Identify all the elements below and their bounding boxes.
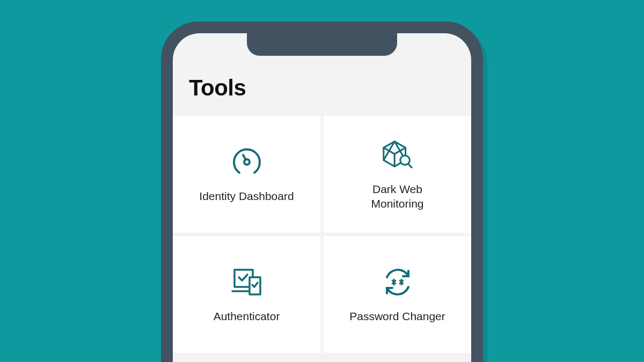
tile-label: Password Changer (349, 309, 445, 323)
tile-label: Dark Web Monitoring (371, 182, 423, 211)
tile-password-changer[interactable]: Password Changer (324, 236, 471, 353)
tile-authenticator[interactable]: Authenticator (173, 236, 320, 353)
tools-grid: Identity Dashboard Dark Web Monitoring (173, 116, 471, 353)
phone-notch (247, 33, 397, 56)
svg-line-1 (243, 155, 246, 160)
password-refresh-icon (380, 265, 415, 299)
tile-identity-dashboard[interactable]: Identity Dashboard (173, 116, 320, 233)
tile-label: Authenticator (214, 309, 280, 323)
phone-screen: Tools Identity Dashboard (173, 33, 471, 362)
tile-dark-web-monitoring[interactable]: Dark Web Monitoring (324, 116, 471, 233)
cube-search-icon (380, 138, 415, 172)
tile-label: Identity Dashboard (199, 189, 294, 203)
phone-frame: Tools Identity Dashboard (161, 21, 483, 362)
devices-check-icon (230, 265, 264, 299)
page-title: Tools (189, 75, 455, 101)
svg-line-7 (408, 164, 412, 167)
gauge-icon (230, 145, 264, 179)
